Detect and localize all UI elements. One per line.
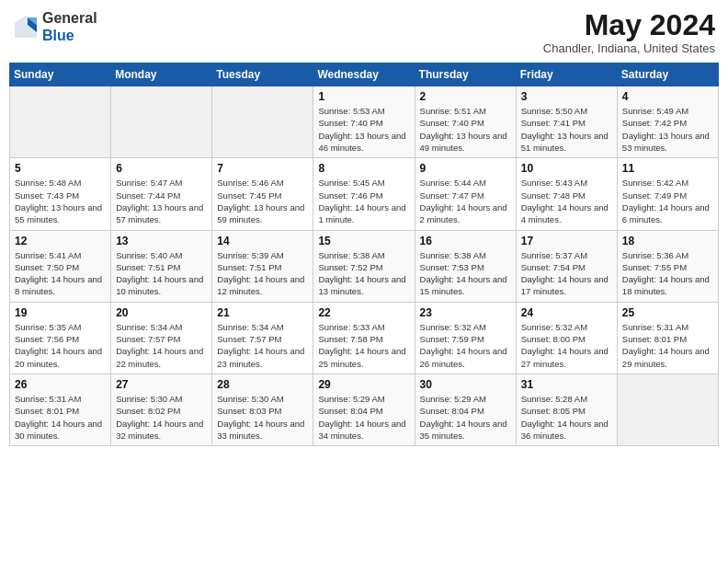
calendar-cell: 17Sunrise: 5:37 AMSunset: 7:54 PMDayligh… (516, 230, 617, 302)
day-number: 23 (420, 306, 511, 319)
day-number: 21 (217, 306, 308, 319)
calendar-cell: 6Sunrise: 5:47 AMSunset: 7:44 PMDaylight… (111, 158, 212, 230)
title-block: May 2024 Chandler, Indiana, United State… (543, 9, 715, 55)
day-info: Sunrise: 5:34 AMSunset: 7:57 PMDaylight:… (116, 321, 207, 370)
day-info: Sunrise: 5:50 AMSunset: 7:41 PMDaylight:… (521, 105, 612, 154)
day-number: 16 (420, 235, 511, 247)
day-number: 17 (521, 235, 612, 247)
day-number: 15 (318, 235, 409, 247)
month-title: May 2024 (543, 9, 715, 41)
day-info: Sunrise: 5:38 AMSunset: 7:52 PMDaylight:… (318, 249, 409, 298)
day-info: Sunrise: 5:30 AMSunset: 8:02 PMDaylight:… (116, 393, 207, 442)
calendar-cell: 9Sunrise: 5:44 AMSunset: 7:47 PMDaylight… (415, 158, 516, 230)
day-info: Sunrise: 5:34 AMSunset: 7:57 PMDaylight:… (217, 321, 308, 370)
calendar-cell: 5Sunrise: 5:48 AMSunset: 7:43 PMDaylight… (10, 158, 111, 230)
col-wednesday: Wednesday (313, 63, 415, 86)
calendar-cell: 18Sunrise: 5:36 AMSunset: 7:55 PMDayligh… (617, 230, 718, 302)
logo: General Blue (13, 9, 97, 44)
logo-icon (13, 14, 39, 40)
calendar-cell: 15Sunrise: 5:38 AMSunset: 7:52 PMDayligh… (313, 230, 415, 302)
day-info: Sunrise: 5:32 AMSunset: 8:00 PMDaylight:… (521, 321, 612, 370)
day-info: Sunrise: 5:36 AMSunset: 7:55 PMDaylight:… (622, 249, 713, 298)
calendar-week-2: 12Sunrise: 5:41 AMSunset: 7:50 PMDayligh… (10, 230, 719, 302)
day-number: 25 (622, 306, 713, 319)
calendar-cell: 22Sunrise: 5:33 AMSunset: 7:58 PMDayligh… (313, 302, 415, 373)
day-number: 9 (420, 162, 511, 175)
col-monday: Monday (111, 63, 212, 86)
day-number: 29 (318, 378, 409, 391)
day-info: Sunrise: 5:37 AMSunset: 7:54 PMDaylight:… (521, 249, 612, 298)
day-info: Sunrise: 5:31 AMSunset: 8:01 PMDaylight:… (622, 321, 713, 370)
day-number: 10 (521, 162, 612, 175)
calendar-cell: 21Sunrise: 5:34 AMSunset: 7:57 PMDayligh… (212, 302, 313, 373)
calendar-cell: 16Sunrise: 5:38 AMSunset: 7:53 PMDayligh… (415, 230, 516, 302)
day-info: Sunrise: 5:53 AMSunset: 7:40 PMDaylight:… (318, 105, 409, 154)
day-number: 14 (217, 235, 308, 247)
calendar-cell: 28Sunrise: 5:30 AMSunset: 8:03 PMDayligh… (212, 373, 313, 445)
calendar-cell: 3Sunrise: 5:50 AMSunset: 7:41 PMDaylight… (516, 86, 617, 158)
day-info: Sunrise: 5:33 AMSunset: 7:58 PMDaylight:… (318, 321, 409, 370)
day-info: Sunrise: 5:47 AMSunset: 7:44 PMDaylight:… (116, 177, 207, 225)
day-info: Sunrise: 5:46 AMSunset: 7:45 PMDaylight:… (217, 177, 308, 225)
header: General Blue May 2024 Chandler, Indiana,… (9, 9, 719, 55)
calendar-cell (10, 86, 111, 158)
day-number: 18 (622, 235, 713, 247)
day-info: Sunrise: 5:40 AMSunset: 7:51 PMDaylight:… (116, 249, 207, 298)
day-number: 22 (318, 306, 409, 319)
day-info: Sunrise: 5:43 AMSunset: 7:48 PMDaylight:… (521, 177, 612, 225)
day-number: 4 (622, 90, 713, 103)
calendar-cell: 20Sunrise: 5:34 AMSunset: 7:57 PMDayligh… (111, 302, 212, 373)
day-number: 30 (420, 378, 511, 391)
day-info: Sunrise: 5:51 AMSunset: 7:40 PMDaylight:… (420, 105, 511, 154)
calendar-cell: 29Sunrise: 5:29 AMSunset: 8:04 PMDayligh… (313, 373, 415, 445)
calendar-cell: 8Sunrise: 5:45 AMSunset: 7:46 PMDaylight… (313, 158, 415, 230)
calendar-cell: 30Sunrise: 5:29 AMSunset: 8:04 PMDayligh… (415, 373, 516, 445)
day-info: Sunrise: 5:42 AMSunset: 7:49 PMDaylight:… (622, 177, 713, 225)
col-saturday: Saturday (617, 63, 718, 86)
day-number: 8 (318, 162, 409, 175)
calendar-cell: 11Sunrise: 5:42 AMSunset: 7:49 PMDayligh… (617, 158, 718, 230)
day-info: Sunrise: 5:41 AMSunset: 7:50 PMDaylight:… (15, 249, 106, 298)
calendar-cell: 26Sunrise: 5:31 AMSunset: 8:01 PMDayligh… (10, 373, 111, 445)
day-info: Sunrise: 5:44 AMSunset: 7:47 PMDaylight:… (420, 177, 511, 225)
calendar-cell: 23Sunrise: 5:32 AMSunset: 7:59 PMDayligh… (415, 302, 516, 373)
day-number: 24 (521, 306, 612, 319)
calendar-cell: 13Sunrise: 5:40 AMSunset: 7:51 PMDayligh… (111, 230, 212, 302)
location: Chandler, Indiana, United States (543, 41, 715, 55)
logo-text: General Blue (42, 9, 97, 44)
day-info: Sunrise: 5:45 AMSunset: 7:46 PMDaylight:… (318, 177, 409, 225)
calendar-cell (212, 86, 313, 158)
day-number: 19 (15, 306, 106, 319)
day-number: 5 (15, 162, 106, 175)
calendar-week-3: 19Sunrise: 5:35 AMSunset: 7:56 PMDayligh… (10, 302, 719, 373)
day-number: 27 (116, 378, 207, 391)
day-number: 31 (521, 378, 612, 391)
col-thursday: Thursday (415, 63, 516, 86)
calendar-week-0: 1Sunrise: 5:53 AMSunset: 7:40 PMDaylight… (10, 86, 719, 158)
calendar-week-1: 5Sunrise: 5:48 AMSunset: 7:43 PMDaylight… (10, 158, 719, 230)
calendar-header-row: Sunday Monday Tuesday Wednesday Thursday… (10, 63, 719, 86)
calendar-cell: 2Sunrise: 5:51 AMSunset: 7:40 PMDaylight… (415, 86, 516, 158)
day-info: Sunrise: 5:38 AMSunset: 7:53 PMDaylight:… (420, 249, 511, 298)
day-info: Sunrise: 5:29 AMSunset: 8:04 PMDaylight:… (420, 393, 511, 442)
day-number: 6 (116, 162, 207, 175)
day-number: 1 (318, 90, 409, 103)
day-info: Sunrise: 5:48 AMSunset: 7:43 PMDaylight:… (15, 177, 106, 225)
calendar-cell: 10Sunrise: 5:43 AMSunset: 7:48 PMDayligh… (516, 158, 617, 230)
day-info: Sunrise: 5:49 AMSunset: 7:42 PMDaylight:… (622, 105, 713, 154)
calendar-cell: 7Sunrise: 5:46 AMSunset: 7:45 PMDaylight… (212, 158, 313, 230)
calendar-cell: 19Sunrise: 5:35 AMSunset: 7:56 PMDayligh… (10, 302, 111, 373)
calendar-cell: 31Sunrise: 5:28 AMSunset: 8:05 PMDayligh… (516, 373, 617, 445)
calendar-cell: 4Sunrise: 5:49 AMSunset: 7:42 PMDaylight… (617, 86, 718, 158)
day-number: 7 (217, 162, 308, 175)
col-tuesday: Tuesday (212, 63, 313, 86)
calendar-week-4: 26Sunrise: 5:31 AMSunset: 8:01 PMDayligh… (10, 373, 719, 445)
calendar-cell: 12Sunrise: 5:41 AMSunset: 7:50 PMDayligh… (10, 230, 111, 302)
day-number: 11 (622, 162, 713, 175)
calendar-cell: 27Sunrise: 5:30 AMSunset: 8:02 PMDayligh… (111, 373, 212, 445)
day-number: 26 (15, 378, 106, 391)
calendar-cell: 14Sunrise: 5:39 AMSunset: 7:51 PMDayligh… (212, 230, 313, 302)
day-number: 20 (116, 306, 207, 319)
calendar-cell (111, 86, 212, 158)
day-info: Sunrise: 5:29 AMSunset: 8:04 PMDaylight:… (318, 393, 409, 442)
